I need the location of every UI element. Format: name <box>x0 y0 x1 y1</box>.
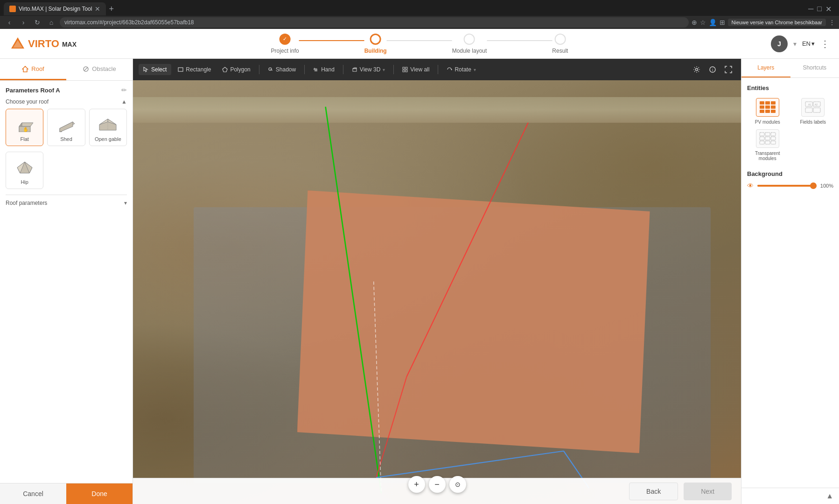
profile-button[interactable]: 👤 <box>709 19 717 26</box>
svg-marker-2 <box>22 66 28 72</box>
collapse-button[interactable]: ▲ <box>826 492 833 500</box>
toolbar: Select Rectangle Polygon <box>133 59 741 80</box>
app: VIRTO MAX ✓ Project info Building Module… <box>0 29 839 504</box>
polygon-button[interactable]: Polygon <box>217 64 255 75</box>
roof-type-shed[interactable]: Shed <box>47 109 85 146</box>
pv-modules-icon <box>759 101 776 114</box>
svg-rect-20 <box>178 68 183 71</box>
zoom-out-button[interactable]: − <box>429 476 446 493</box>
browser-tab[interactable]: Virto.MAX | Solar Design Tool ✕ <box>4 2 106 15</box>
select-icon <box>143 67 149 72</box>
roof-types-grid: ✋ Flat <box>6 109 127 146</box>
done-button[interactable]: Done <box>66 483 133 504</box>
home-button[interactable]: ⌂ <box>46 19 57 26</box>
edit-icon[interactable]: ✏ <box>121 86 127 94</box>
layer-fields-labels[interactable]: A1 A2 Fields labels <box>793 98 834 125</box>
hand-icon <box>313 67 319 72</box>
update-banner[interactable]: Nieuwe versie van Chrome beschikbaar <box>728 19 826 26</box>
avatar: J <box>771 35 788 52</box>
choose-roof-header: Choose your roof ▲ <box>6 98 127 105</box>
more-menu-button[interactable]: ⋮ <box>820 38 830 49</box>
rectangle-button[interactable]: Rectangle <box>173 64 216 75</box>
back-button[interactable]: Back <box>629 483 678 500</box>
address-bar[interactable]: virtomax.com/#/project/663b2b2daf65055e5… <box>60 17 689 28</box>
svg-rect-23 <box>353 69 357 71</box>
target-button[interactable]: ⊙ <box>449 476 466 493</box>
transparent-modules-icon <box>759 132 776 145</box>
new-tab-button[interactable]: + <box>109 4 114 14</box>
cancel-button[interactable]: Cancel <box>0 483 66 504</box>
maximize-button[interactable]: □ <box>817 5 822 13</box>
flat-roof-icon: ✋ <box>15 114 35 133</box>
fields-labels-icon-box: A1 A2 <box>801 98 825 117</box>
shadow-button[interactable]: Shadow <box>263 64 301 75</box>
svg-text:✋: ✋ <box>23 126 29 132</box>
opacity-slider[interactable] <box>757 185 817 187</box>
roof-type-hip[interactable]: Hip <box>6 152 43 189</box>
svg-rect-28 <box>406 70 407 72</box>
shed-roof-icon <box>56 114 76 133</box>
background-section: Background 👁 100% <box>747 170 833 189</box>
svg-text:A2: A2 <box>815 103 818 106</box>
info-icon-button[interactable]: i <box>706 63 720 77</box>
tab-obstacle[interactable]: Obstacle <box>66 59 133 80</box>
close-window-button[interactable]: ✕ <box>825 5 832 14</box>
eye-icon[interactable]: 👁 <box>747 182 754 189</box>
right-panel: Layers Shortcuts Entities <box>741 59 839 504</box>
minimize-button[interactable]: ─ <box>808 5 813 13</box>
lang-selector[interactable]: EN ▾ <box>802 40 815 47</box>
roof-type-flat[interactable]: ✋ Flat <box>6 109 43 146</box>
svg-rect-62 <box>771 141 776 144</box>
fullscreen-icon <box>725 66 732 73</box>
menu-button[interactable]: ⋮ <box>829 19 835 26</box>
svg-rect-61 <box>765 141 770 144</box>
puzzle-icon[interactable]: ⊞ <box>720 19 725 26</box>
svg-rect-46 <box>765 110 770 113</box>
extensions-button[interactable]: ⊕ <box>692 19 697 26</box>
left-sidebar: Roof Obstacle Parameters Roof A ✏ Choose… <box>0 59 133 504</box>
right-panel-content: Entities <box>741 78 839 488</box>
rotate-button[interactable]: Rotate ▾ <box>442 64 480 75</box>
browser-chrome: Virto.MAX | Solar Design Tool ✕ + ─ □ ✕ … <box>0 0 839 29</box>
app-header: VIRTO MAX ✓ Project info Building Module… <box>0 29 839 59</box>
hand-button[interactable]: Hand <box>308 64 339 75</box>
tab-obstacle-label: Obstacle <box>92 65 116 72</box>
toolbar-sep-4 <box>393 65 394 74</box>
rotate-icon <box>447 67 452 72</box>
svg-marker-11 <box>60 122 73 132</box>
shadow-icon <box>268 67 273 72</box>
tab-shortcuts[interactable]: Shortcuts <box>790 59 839 77</box>
next-button[interactable]: Next <box>684 483 732 500</box>
pv-modules-icon-box <box>756 98 779 117</box>
roof-type-open-gable[interactable]: Open gable <box>89 109 127 146</box>
map-area[interactable]: + − ⊙ <box>133 80 741 504</box>
flat-roof-label: Flat <box>20 136 28 142</box>
back-nav-button[interactable]: ‹ <box>4 19 15 26</box>
open-gable-roof-icon <box>98 114 118 133</box>
svg-rect-51 <box>813 108 820 112</box>
svg-rect-59 <box>771 137 776 140</box>
forward-nav-button[interactable]: › <box>18 19 29 26</box>
tab-title: Virto.MAX | Solar Design Tool <box>19 6 92 12</box>
svg-rect-40 <box>765 101 770 105</box>
layer-transparent-modules[interactable]: Transparent modules <box>747 129 788 161</box>
settings-icon-button[interactable] <box>690 63 704 77</box>
viewall-button[interactable]: View all <box>398 64 434 75</box>
reload-button[interactable]: ↻ <box>32 19 43 26</box>
step-line-1 <box>299 40 364 41</box>
logo-text: VIRTO MAX <box>28 38 77 50</box>
tab-roof[interactable]: Roof <box>0 59 66 80</box>
choose-roof-chevron[interactable]: ▲ <box>121 98 127 105</box>
tab-close-button[interactable]: ✕ <box>95 5 100 13</box>
avatar-chevron[interactable]: ▾ <box>793 40 797 48</box>
zoom-in-button[interactable]: + <box>408 476 425 493</box>
roof-params-chevron[interactable]: ▾ <box>124 200 127 206</box>
view3d-button[interactable]: View 3D ▾ <box>347 64 390 75</box>
step-label-building: Building <box>364 48 387 54</box>
fullscreen-icon-button[interactable] <box>721 63 735 77</box>
tab-layers[interactable]: Layers <box>741 59 790 77</box>
svg-rect-56 <box>771 133 776 136</box>
layer-pv-modules[interactable]: PV modules <box>747 98 788 125</box>
star-button[interactable]: ☆ <box>700 19 706 26</box>
select-button[interactable]: Select <box>139 64 171 75</box>
